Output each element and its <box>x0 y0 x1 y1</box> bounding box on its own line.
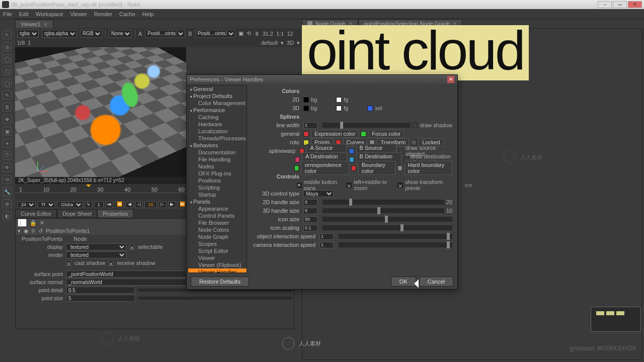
next-key-icon[interactable]: ⏩ <box>178 201 187 208</box>
chevron-down-icon[interactable]: ▾ <box>297 40 300 46</box>
maximize-button[interactable]: ▭ <box>613 1 627 8</box>
color-3d-fg[interactable] <box>336 106 342 111</box>
tree-localization[interactable]: Localization <box>188 128 247 135</box>
cast-shadow-checkbox[interactable]: ✕ <box>66 260 71 266</box>
line-width-input[interactable] <box>303 122 317 129</box>
proxy[interactable]: 1/8 <box>17 40 25 46</box>
tree-scopes[interactable]: Scopes <box>188 240 247 247</box>
b-dest-swatch[interactable] <box>349 157 354 162</box>
menu-render[interactable]: Render <box>94 11 112 17</box>
tab-node[interactable]: Node <box>69 235 91 242</box>
node-revert-icon[interactable]: ↺ <box>38 228 43 234</box>
menu-help[interactable]: Help <box>142 11 154 17</box>
point-detail-field[interactable] <box>66 287 135 294</box>
locked-swatch[interactable] <box>411 140 417 145</box>
target-icon[interactable]: ◎ <box>3 42 12 51</box>
refresh-icon[interactable]: ⟲ <box>247 30 251 37</box>
selectable-checkbox[interactable]: ✕ <box>129 244 135 250</box>
timeline[interactable]: 1102030405060 <box>15 184 189 200</box>
tree-project-defaults[interactable]: Project Defaults <box>188 93 247 100</box>
mid-pans-checkbox[interactable]: ✕ <box>297 183 302 188</box>
draw-shadow-checkbox[interactable] <box>412 123 418 128</box>
overlay-select[interactable]: None <box>109 30 132 38</box>
circle-icon[interactable]: ◯ <box>3 54 12 63</box>
window-close-button[interactable]: ✕ <box>628 1 642 8</box>
play-rev-icon[interactable]: ◀ <box>125 201 133 208</box>
viewer-3d[interactable] <box>15 47 186 178</box>
tree-node-graph[interactable]: Node Graph <box>188 233 247 240</box>
color-3d-bg[interactable] <box>303 106 309 111</box>
cam-speed-input[interactable] <box>319 242 334 248</box>
tree-file-handling[interactable]: File Handling <box>188 156 247 163</box>
menu-workspace[interactable]: Workspace <box>36 11 63 17</box>
tree-viewer-handles[interactable]: Viewer Handles <box>188 268 247 273</box>
icon-scaling-input[interactable] <box>303 225 317 231</box>
icon-scaling-slider[interactable] <box>323 225 452 230</box>
alpha-select[interactable]: rgba.alpha <box>42 30 77 38</box>
viewer-tab[interactable]: Viewer1✕ <box>15 20 53 28</box>
a-dest-swatch[interactable] <box>295 157 299 162</box>
close-all-icon[interactable]: ✕ <box>40 220 44 226</box>
ok-button[interactable]: OK <box>391 277 416 287</box>
tree-hardware[interactable]: Hardware <box>188 121 247 128</box>
tree-general[interactable]: General <box>188 85 247 93</box>
cube-icon[interactable]: ▣ <box>3 127 12 136</box>
wrench-icon[interactable]: 🔧 <box>3 187 12 196</box>
tf-select[interactable]: TF <box>37 201 56 208</box>
tree-script-editor[interactable]: Script Editor <box>188 247 247 254</box>
menu-cache[interactable]: Cache <box>119 11 135 17</box>
left-mid-checkbox[interactable]: ✕ <box>346 183 352 188</box>
recv-shadow-checkbox[interactable]: ✕ <box>108 260 114 266</box>
render-select[interactable]: textured <box>66 251 126 258</box>
close-icon[interactable]: ✕ <box>44 22 48 27</box>
scope-select[interactable]: Global <box>57 201 83 208</box>
tree-caching[interactable]: Caching <box>188 114 247 121</box>
control-type-select[interactable]: Maya <box>303 190 334 197</box>
panel-count[interactable] <box>18 219 27 227</box>
roi-icon[interactable]: ▣ <box>238 30 244 37</box>
icon-size-slider[interactable] <box>323 217 452 222</box>
expr-color-swatch[interactable] <box>303 131 309 137</box>
tree-documentation[interactable]: Documentation <box>188 149 247 156</box>
tree-positions[interactable]: Positions <box>188 177 247 184</box>
tree-file-browser[interactable]: File Browser <box>188 219 247 226</box>
handle-3d-slider[interactable] <box>323 208 444 213</box>
lock-icon[interactable]: 🔒 <box>30 220 37 226</box>
point-size-field[interactable] <box>66 295 135 302</box>
first-frame-icon[interactable]: ⏮ <box>105 201 113 208</box>
tree-control-panels[interactable]: Control Panels <box>188 212 247 219</box>
pointer-icon[interactable]: ↖ <box>3 30 12 39</box>
dialog-close-button[interactable]: ✕ <box>447 76 454 83</box>
color-2d-bg[interactable] <box>303 97 309 103</box>
obj-speed-slider[interactable] <box>339 234 452 239</box>
b-src-swatch[interactable] <box>349 148 354 154</box>
tree-behaviors[interactable]: Behaviors <box>188 142 247 149</box>
focus-color-swatch[interactable] <box>361 131 366 137</box>
node-enable-icon[interactable]: ◉ <box>24 228 29 234</box>
fps-select[interactable]: 24 <box>17 201 36 208</box>
menu-edit[interactable]: Edit <box>19 11 29 17</box>
cancel-button[interactable]: Cancel <box>419 277 453 287</box>
obj-speed-input[interactable] <box>319 233 334 240</box>
prev-key-icon[interactable]: ⏪ <box>115 201 124 208</box>
corr-swatch[interactable] <box>294 165 299 171</box>
tree-performance[interactable]: Performance <box>188 107 247 114</box>
tab-properties[interactable]: Properties <box>97 209 133 218</box>
reticle-icon[interactable]: ⊕ <box>3 199 12 208</box>
expand-icon[interactable]: ▾ <box>18 228 21 234</box>
step-fwd-icon[interactable]: ▷ <box>158 201 167 208</box>
bound-swatch[interactable] <box>351 165 356 171</box>
tree-scripting[interactable]: Scripting <box>188 184 247 191</box>
dialog-titlebar[interactable]: Preferences - Viewer Handles ✕ <box>187 75 457 84</box>
play-icon[interactable]: ▶ <box>168 201 176 208</box>
handle-2d-input[interactable] <box>303 199 317 206</box>
star-icon[interactable]: ✶ <box>3 139 12 148</box>
node-link-icon[interactable]: ⎘ <box>32 228 35 234</box>
show-trans-checkbox[interactable]: ✕ <box>397 183 403 188</box>
handle-2d-slider[interactable] <box>323 200 444 205</box>
tree-startup[interactable]: Startup <box>188 191 247 198</box>
current-frame[interactable] <box>144 201 157 208</box>
restore-defaults-button[interactable]: Restore Defaults <box>191 277 249 287</box>
other-icon[interactable]: ◐ <box>3 211 12 220</box>
tree-panels[interactable]: Panels <box>188 198 247 205</box>
